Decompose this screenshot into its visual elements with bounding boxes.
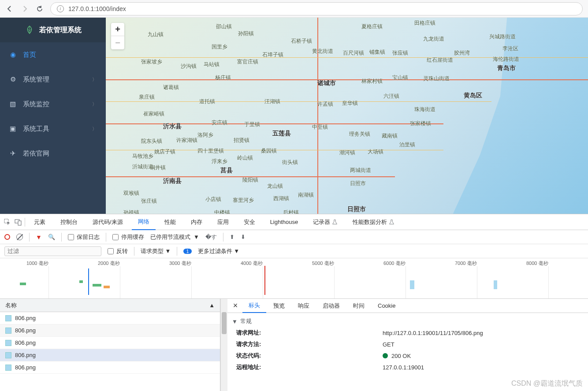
map-label: 中楼镇 (214, 209, 230, 214)
map-label: 九龙街道 (423, 35, 444, 43)
preserve-log-checkbox[interactable]: 保留日志 (68, 233, 100, 241)
map-label: 石埠子镇 (262, 51, 283, 59)
tab-lighthouse[interactable]: Lighthouse (264, 214, 305, 230)
sea-area (453, 18, 588, 214)
detail-tab-preview[interactable]: 预览 (267, 299, 291, 313)
filter-icon[interactable]: ▼ (36, 234, 42, 241)
flask-icon (332, 219, 338, 225)
request-list-header[interactable]: 名称 ▲ (0, 299, 220, 312)
throttling-select[interactable]: 已停用节流模式 ▼ (150, 233, 199, 241)
back-button[interactable] (5, 4, 14, 13)
zoom-out-button[interactable]: − (111, 36, 124, 49)
tool-icon: ▣ (9, 125, 17, 133)
map-label: 诸城市 (317, 79, 336, 87)
tab-console[interactable]: 控制台 (54, 214, 84, 230)
address-bar[interactable]: i 127.0.0.1:1000/index (50, 2, 583, 15)
map-label: 四十里堡镇 (197, 147, 224, 155)
request-row[interactable]: 806.png (0, 337, 220, 349)
list-scrollbar[interactable] (220, 299, 227, 391)
tab-elements[interactable]: 元素 (28, 214, 52, 230)
tab-recorder[interactable]: 记录器 (307, 214, 344, 230)
detail-tab-initiator[interactable]: 启动器 (316, 299, 346, 313)
timeline-tick: 2000 毫秒 (98, 260, 120, 267)
sidebar-item-website[interactable]: ✈ 若依官网 (0, 141, 106, 166)
wifi-icon[interactable]: �す (205, 233, 217, 241)
detail-tab-cookies[interactable]: Cookie (372, 299, 402, 313)
zoom-control: + − (111, 23, 124, 49)
detail-tab-headers[interactable]: 标头 (242, 299, 266, 313)
close-detail-button[interactable]: × (229, 301, 242, 310)
chevron-right-icon: 〉 (92, 126, 97, 132)
device-icon[interactable] (14, 218, 22, 226)
sidebar-item-home[interactable]: ◉ 首页 (0, 42, 106, 67)
request-type-dropdown[interactable]: 请求类型 ▼ (141, 247, 171, 255)
tab-performance[interactable]: 性能 (158, 214, 182, 230)
sidebar-item-label: 系统工具 (23, 125, 49, 133)
map-label: 张家坡乡 (141, 58, 162, 66)
map-label: 安庄镇 (212, 119, 227, 127)
detail-tab-timing[interactable]: 时间 (347, 299, 371, 313)
map-label: 日照市 (347, 205, 366, 213)
request-row[interactable]: 806.png (0, 361, 220, 374)
svg-rect-2 (18, 221, 21, 225)
map-label: 后村镇 (283, 209, 299, 214)
map-label: 沂水县 (163, 123, 182, 130)
disable-cache-checkbox[interactable]: 停用缓存 (112, 233, 144, 241)
clear-button[interactable] (16, 234, 23, 240)
tab-security[interactable]: 安全 (238, 214, 261, 230)
map-label: 潮河镇 (339, 149, 355, 156)
map-label: 黄岛区 (464, 92, 482, 100)
zoom-in-button[interactable]: + (111, 23, 124, 36)
tab-network[interactable]: 网络 (132, 214, 156, 230)
record-button[interactable] (4, 234, 10, 240)
download-icon[interactable]: ⬇ (241, 234, 246, 240)
map-label: 寨里河乡 (233, 197, 254, 204)
tab-application[interactable]: 应用 (211, 214, 235, 230)
request-row[interactable]: 806.png (0, 349, 220, 361)
header-key: 状态代码: (236, 352, 377, 360)
url-text: 127.0.0.1:1000/index (68, 5, 126, 12)
map-canvas[interactable]: 九山镇邵山镇夏格庄镇田格庄镇九龙街道兴城路街道国里乡孙阳镇石桥子镇石埠子镇黄北街… (106, 18, 588, 214)
map-label: 沙沟镇 (181, 63, 197, 70)
upload-icon[interactable]: ⬆ (230, 234, 234, 240)
search-icon[interactable]: 🔍 (48, 234, 55, 240)
map-label: 于里镇 (244, 121, 260, 128)
map-label: 马站镇 (204, 61, 220, 68)
browser-toolbar: i 127.0.0.1:1000/index (0, 0, 588, 18)
network-timeline[interactable]: 1000 毫秒2000 毫秒3000 毫秒4000 毫秒5000 毫秒6000 … (0, 258, 588, 299)
reload-button[interactable] (35, 4, 44, 13)
detail-tabs: × 标头 预览 响应 启动器 时间 Cookie (227, 299, 588, 313)
sidebar-item-system-tool[interactable]: ▣ 系统工具 〉 (0, 116, 106, 141)
map-label: 日照市 (350, 180, 366, 187)
map-label: 桑园镇 (261, 147, 277, 155)
tab-memory[interactable]: 内存 (185, 214, 208, 230)
header-key: 远程地址: (236, 363, 377, 371)
header-row: 远程地址:127.0.0.1:19001 (227, 361, 588, 373)
image-file-icon (5, 340, 11, 346)
tab-sources[interactable]: 源代码/来源 (86, 214, 129, 230)
inspect-icon[interactable] (4, 218, 11, 226)
detail-tab-response[interactable]: 响应 (292, 299, 316, 313)
chevron-right-icon: 〉 (92, 76, 97, 83)
sidebar: 若依管理系统 ◉ 首页 ⚙ 系统管理 〉 ▧ 系统监控 〉 ▣ 系统工具 〉 ✈… (0, 18, 106, 214)
map-label: 青岛市 (497, 64, 516, 72)
gear-icon: ⚙ (9, 75, 17, 83)
more-filters-dropdown[interactable]: 更多过滤条件 ▼ (198, 247, 239, 255)
tab-perf-insights[interactable]: 性能数据分析 (346, 214, 401, 230)
request-row[interactable]: 806.png (0, 312, 220, 324)
forward-button[interactable] (20, 4, 29, 13)
map-label: 六汪镇 (383, 93, 399, 100)
filter-input[interactable] (4, 246, 101, 256)
filter-badge: 1 (183, 249, 191, 254)
header-value: 127.0.0.1:19001 (383, 363, 579, 371)
map-label: 西湖镇 (273, 195, 289, 202)
request-row[interactable]: 806.png (0, 324, 220, 337)
general-section[interactable]: ▼ 常规 (227, 316, 588, 327)
invert-checkbox[interactable]: 反转 (108, 247, 128, 255)
map-label: 马牧池乡 (132, 153, 153, 160)
sidebar-item-system-manage[interactable]: ⚙ 系统管理 〉 (0, 67, 106, 92)
map-label: 灵珠山街道 (423, 75, 450, 82)
map-label: 理务关镇 (349, 130, 370, 138)
request-name: 806.png (15, 315, 36, 321)
sidebar-item-system-monitor[interactable]: ▧ 系统监控 〉 (0, 92, 106, 116)
